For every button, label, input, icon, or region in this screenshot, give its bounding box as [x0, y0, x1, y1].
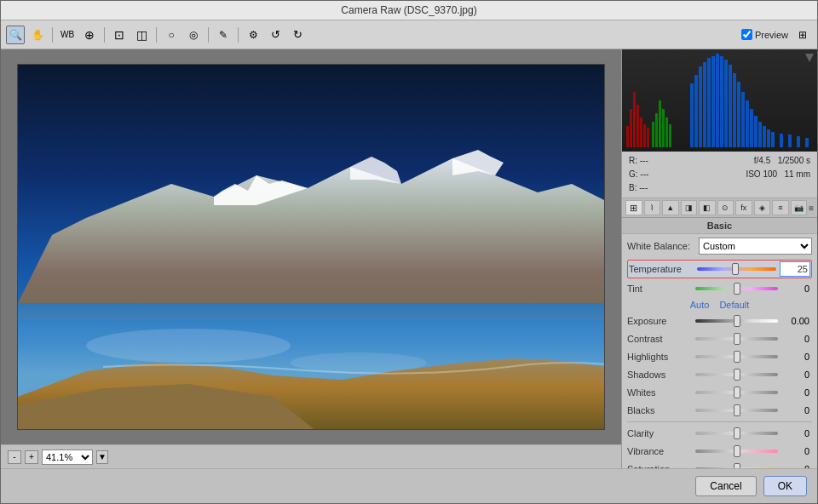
- svg-rect-29: [711, 56, 715, 147]
- tab-snapshots[interactable]: 📷: [791, 200, 808, 215]
- temperature-track: [697, 263, 776, 275]
- contrast-value[interactable]: [781, 331, 812, 346]
- contrast-thumb[interactable]: [734, 333, 740, 345]
- hand-tool[interactable]: ✋: [28, 26, 47, 44]
- cancel-button[interactable]: Cancel: [695, 476, 756, 496]
- zoom-dropdown-btn[interactable]: ▼: [96, 450, 108, 464]
- saturation-value[interactable]: [781, 461, 812, 468]
- bottom-bar: - + 41.1% ▼: [1, 444, 621, 468]
- saturation-track: [695, 463, 778, 468]
- white-balance-tool[interactable]: WB: [58, 26, 77, 44]
- iso-focal: ISO 100 11 mm: [746, 168, 810, 181]
- blacks-value[interactable]: [781, 403, 812, 418]
- full-screen-btn[interactable]: ⊞: [793, 26, 812, 44]
- tab-hsl[interactable]: ◨: [681, 200, 698, 215]
- panel-content: Basic White Balance: Custom Temperature: [622, 218, 817, 468]
- svg-rect-11: [626, 126, 629, 147]
- wb-select[interactable]: Custom: [699, 238, 812, 255]
- rotate-ccw-btn[interactable]: ↺: [266, 26, 285, 44]
- zoom-out-btn[interactable]: -: [8, 450, 21, 464]
- vibrance-row: Vibrance: [627, 444, 812, 459]
- panel-menu-btn[interactable]: ≡: [809, 203, 814, 213]
- adjustment-brush-tool[interactable]: ✎: [214, 26, 233, 44]
- auto-default-row: Auto Default: [627, 300, 812, 310]
- aperture: f/4.5: [754, 156, 770, 165]
- color-sampler-tool[interactable]: ⊕: [80, 26, 99, 44]
- preview-checkbox[interactable]: [741, 29, 752, 40]
- histogram-area: [622, 49, 817, 152]
- highlights-label: Highlights: [627, 352, 692, 362]
- wb-label: White Balance:: [627, 241, 695, 251]
- svg-rect-17: [647, 128, 649, 147]
- zoom-select[interactable]: 41.1%: [42, 450, 93, 465]
- temperature-row: Temperature: [627, 260, 812, 278]
- svg-rect-23: [669, 124, 671, 147]
- shadows-value[interactable]: [781, 367, 812, 382]
- panel-icon-tabs: ⊞ ⌇ ▲ ◨ ◧ ⊙ fx ◈ ≡ 📷 ≡: [622, 198, 817, 218]
- svg-point-6: [86, 329, 291, 363]
- whites-label: Whites: [627, 387, 692, 398]
- blacks-track: [695, 404, 778, 416]
- b-value: ---: [639, 183, 648, 192]
- whites-thumb[interactable]: [734, 387, 740, 398]
- tint-thumb[interactable]: [734, 283, 740, 295]
- svg-rect-16: [643, 124, 646, 147]
- camera-info-row-1: R: --- f/4.5 1/2500 s: [629, 154, 810, 168]
- photo-svg: [18, 65, 605, 430]
- straighten-tool[interactable]: ◫: [132, 26, 151, 44]
- vibrance-label: Vibrance: [627, 446, 692, 456]
- tab-tone-curve[interactable]: ⌇: [644, 200, 661, 215]
- vibrance-value[interactable]: [781, 444, 812, 459]
- preferences-btn[interactable]: ⚙: [244, 26, 262, 44]
- whites-track: [695, 387, 778, 398]
- svg-rect-25: [694, 75, 698, 147]
- svg-rect-15: [640, 117, 642, 147]
- focal-length: 11 mm: [784, 169, 810, 179]
- crop-tool[interactable]: ⊡: [110, 26, 129, 44]
- tab-lens[interactable]: ⊙: [717, 200, 734, 215]
- spot-removal-tool[interactable]: ○: [162, 26, 181, 44]
- whites-value[interactable]: [781, 385, 812, 400]
- tab-effects[interactable]: fx: [735, 200, 752, 215]
- highlights-track: [695, 351, 778, 363]
- highlights-value[interactable]: [781, 349, 812, 364]
- shadows-thumb[interactable]: [734, 369, 740, 381]
- exposure-value[interactable]: [781, 313, 812, 329]
- tool-separator-2: [104, 27, 105, 43]
- tab-detail[interactable]: ▲: [662, 200, 679, 215]
- preview-label: Preview: [755, 30, 788, 40]
- zoom-tool[interactable]: 🔍: [6, 26, 25, 44]
- blacks-thumb[interactable]: [734, 404, 740, 416]
- clarity-thumb[interactable]: [734, 427, 740, 439]
- zoom-in-btn[interactable]: +: [25, 450, 38, 464]
- vibrance-thumb[interactable]: [734, 445, 740, 457]
- r-label: R: ---: [629, 154, 648, 168]
- tint-value[interactable]: [781, 281, 812, 296]
- tab-basic[interactable]: ⊞: [625, 200, 642, 215]
- temperature-value[interactable]: [780, 261, 810, 277]
- temperature-thumb[interactable]: [732, 263, 739, 275]
- rotate-cw-btn[interactable]: ↻: [288, 26, 307, 44]
- blacks-label: Blacks: [627, 405, 692, 415]
- section-title: Basic: [622, 218, 817, 234]
- ok-button[interactable]: OK: [763, 476, 807, 496]
- svg-rect-47: [805, 138, 809, 147]
- svg-rect-30: [716, 54, 719, 147]
- exposure-thumb[interactable]: [734, 315, 740, 327]
- toolbar: 🔍 ✋ WB ⊕ ⊡ ◫ ○ ◎ ✎ ⚙ ↺ ↻ Preview ⊞: [1, 20, 817, 49]
- auto-btn[interactable]: Auto: [690, 300, 710, 310]
- preview-area: Preview: [741, 29, 788, 40]
- default-btn[interactable]: Default: [719, 300, 749, 310]
- title-bar: Camera Raw (DSC_9370.jpg): [1, 1, 817, 20]
- tab-split-toning[interactable]: ◧: [699, 200, 716, 215]
- red-eye-tool[interactable]: ◎: [184, 26, 203, 44]
- tab-camera-calibration[interactable]: ◈: [754, 200, 771, 215]
- clarity-value[interactable]: [781, 426, 812, 441]
- footer-buttons: Cancel OK: [1, 468, 817, 503]
- clarity-label: Clarity: [627, 428, 692, 438]
- highlights-thumb[interactable]: [734, 351, 740, 363]
- tab-presets[interactable]: ≡: [772, 200, 789, 215]
- saturation-thumb[interactable]: [734, 463, 740, 468]
- iso: ISO 100: [746, 169, 777, 179]
- highlights-row: Highlights: [627, 349, 812, 364]
